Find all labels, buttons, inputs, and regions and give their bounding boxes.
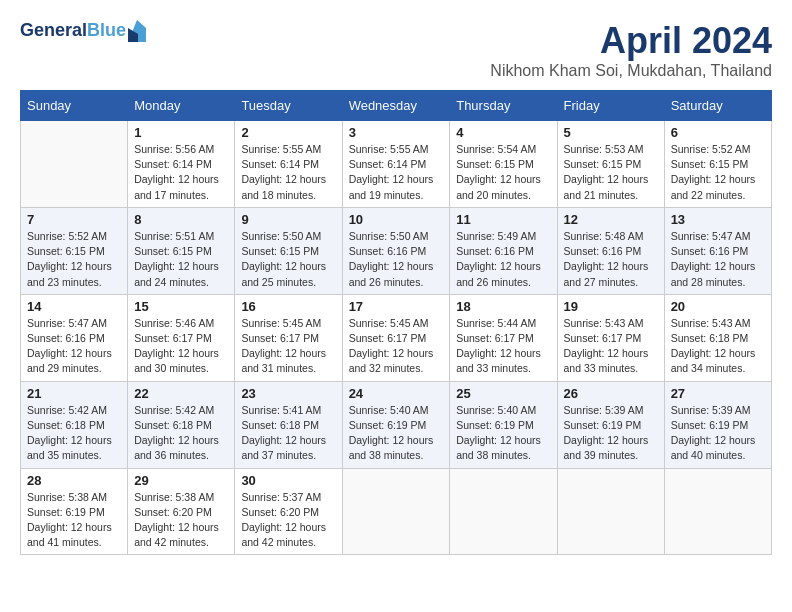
day-info: Sunrise: 5:44 AMSunset: 6:17 PMDaylight:… [456, 316, 550, 377]
day-info: Sunrise: 5:47 AMSunset: 6:16 PMDaylight:… [671, 229, 765, 290]
calendar-cell: 10Sunrise: 5:50 AMSunset: 6:16 PMDayligh… [342, 207, 450, 294]
day-number: 20 [671, 299, 765, 314]
day-number: 7 [27, 212, 121, 227]
day-number: 11 [456, 212, 550, 227]
logo-text: GeneralBlue [20, 21, 126, 41]
calendar-cell: 8Sunrise: 5:51 AMSunset: 6:15 PMDaylight… [128, 207, 235, 294]
calendar-week-5: 28Sunrise: 5:38 AMSunset: 6:19 PMDayligh… [21, 468, 772, 555]
weekday-header-tuesday: Tuesday [235, 91, 342, 121]
day-number: 23 [241, 386, 335, 401]
day-info: Sunrise: 5:42 AMSunset: 6:18 PMDaylight:… [27, 403, 121, 464]
calendar-cell: 23Sunrise: 5:41 AMSunset: 6:18 PMDayligh… [235, 381, 342, 468]
calendar-cell: 7Sunrise: 5:52 AMSunset: 6:15 PMDaylight… [21, 207, 128, 294]
calendar-cell [450, 468, 557, 555]
calendar-cell: 25Sunrise: 5:40 AMSunset: 6:19 PMDayligh… [450, 381, 557, 468]
day-number: 5 [564, 125, 658, 140]
day-info: Sunrise: 5:41 AMSunset: 6:18 PMDaylight:… [241, 403, 335, 464]
calendar-cell [342, 468, 450, 555]
logo-icon [128, 20, 146, 42]
day-info: Sunrise: 5:56 AMSunset: 6:14 PMDaylight:… [134, 142, 228, 203]
day-info: Sunrise: 5:45 AMSunset: 6:17 PMDaylight:… [349, 316, 444, 377]
day-info: Sunrise: 5:53 AMSunset: 6:15 PMDaylight:… [564, 142, 658, 203]
calendar-cell: 13Sunrise: 5:47 AMSunset: 6:16 PMDayligh… [664, 207, 771, 294]
day-number: 9 [241, 212, 335, 227]
calendar-week-4: 21Sunrise: 5:42 AMSunset: 6:18 PMDayligh… [21, 381, 772, 468]
day-number: 2 [241, 125, 335, 140]
day-info: Sunrise: 5:54 AMSunset: 6:15 PMDaylight:… [456, 142, 550, 203]
weekday-header-wednesday: Wednesday [342, 91, 450, 121]
calendar-cell: 15Sunrise: 5:46 AMSunset: 6:17 PMDayligh… [128, 294, 235, 381]
day-info: Sunrise: 5:49 AMSunset: 6:16 PMDaylight:… [456, 229, 550, 290]
day-number: 1 [134, 125, 228, 140]
day-number: 26 [564, 386, 658, 401]
weekday-header-sunday: Sunday [21, 91, 128, 121]
calendar-cell: 26Sunrise: 5:39 AMSunset: 6:19 PMDayligh… [557, 381, 664, 468]
day-number: 17 [349, 299, 444, 314]
day-number: 18 [456, 299, 550, 314]
day-info: Sunrise: 5:37 AMSunset: 6:20 PMDaylight:… [241, 490, 335, 551]
calendar-cell: 18Sunrise: 5:44 AMSunset: 6:17 PMDayligh… [450, 294, 557, 381]
day-number: 28 [27, 473, 121, 488]
day-number: 16 [241, 299, 335, 314]
weekday-header-friday: Friday [557, 91, 664, 121]
calendar-cell: 24Sunrise: 5:40 AMSunset: 6:19 PMDayligh… [342, 381, 450, 468]
calendar-body: 1Sunrise: 5:56 AMSunset: 6:14 PMDaylight… [21, 121, 772, 555]
day-number: 19 [564, 299, 658, 314]
day-number: 24 [349, 386, 444, 401]
day-info: Sunrise: 5:52 AMSunset: 6:15 PMDaylight:… [671, 142, 765, 203]
weekday-header-saturday: Saturday [664, 91, 771, 121]
weekday-header-monday: Monday [128, 91, 235, 121]
day-info: Sunrise: 5:47 AMSunset: 6:16 PMDaylight:… [27, 316, 121, 377]
calendar-cell: 19Sunrise: 5:43 AMSunset: 6:17 PMDayligh… [557, 294, 664, 381]
calendar-cell: 30Sunrise: 5:37 AMSunset: 6:20 PMDayligh… [235, 468, 342, 555]
calendar-cell: 14Sunrise: 5:47 AMSunset: 6:16 PMDayligh… [21, 294, 128, 381]
calendar-cell: 5Sunrise: 5:53 AMSunset: 6:15 PMDaylight… [557, 121, 664, 208]
day-number: 10 [349, 212, 444, 227]
calendar-cell: 11Sunrise: 5:49 AMSunset: 6:16 PMDayligh… [450, 207, 557, 294]
day-info: Sunrise: 5:38 AMSunset: 6:19 PMDaylight:… [27, 490, 121, 551]
day-number: 21 [27, 386, 121, 401]
day-number: 27 [671, 386, 765, 401]
day-number: 12 [564, 212, 658, 227]
day-number: 22 [134, 386, 228, 401]
logo: GeneralBlue [20, 20, 146, 42]
day-number: 29 [134, 473, 228, 488]
day-info: Sunrise: 5:38 AMSunset: 6:20 PMDaylight:… [134, 490, 228, 551]
calendar-cell: 22Sunrise: 5:42 AMSunset: 6:18 PMDayligh… [128, 381, 235, 468]
calendar-cell: 9Sunrise: 5:50 AMSunset: 6:15 PMDaylight… [235, 207, 342, 294]
day-info: Sunrise: 5:55 AMSunset: 6:14 PMDaylight:… [241, 142, 335, 203]
day-info: Sunrise: 5:40 AMSunset: 6:19 PMDaylight:… [349, 403, 444, 464]
day-number: 8 [134, 212, 228, 227]
day-info: Sunrise: 5:55 AMSunset: 6:14 PMDaylight:… [349, 142, 444, 203]
calendar-cell [21, 121, 128, 208]
day-info: Sunrise: 5:51 AMSunset: 6:15 PMDaylight:… [134, 229, 228, 290]
calendar-week-3: 14Sunrise: 5:47 AMSunset: 6:16 PMDayligh… [21, 294, 772, 381]
calendar-cell: 6Sunrise: 5:52 AMSunset: 6:15 PMDaylight… [664, 121, 771, 208]
day-number: 14 [27, 299, 121, 314]
calendar-cell: 16Sunrise: 5:45 AMSunset: 6:17 PMDayligh… [235, 294, 342, 381]
calendar-cell: 20Sunrise: 5:43 AMSunset: 6:18 PMDayligh… [664, 294, 771, 381]
calendar-cell [664, 468, 771, 555]
day-number: 13 [671, 212, 765, 227]
calendar-cell: 1Sunrise: 5:56 AMSunset: 6:14 PMDaylight… [128, 121, 235, 208]
calendar-cell: 27Sunrise: 5:39 AMSunset: 6:19 PMDayligh… [664, 381, 771, 468]
day-info: Sunrise: 5:39 AMSunset: 6:19 PMDaylight:… [564, 403, 658, 464]
calendar-header: SundayMondayTuesdayWednesdayThursdayFrid… [21, 91, 772, 121]
calendar-cell: 21Sunrise: 5:42 AMSunset: 6:18 PMDayligh… [21, 381, 128, 468]
day-number: 4 [456, 125, 550, 140]
day-info: Sunrise: 5:39 AMSunset: 6:19 PMDaylight:… [671, 403, 765, 464]
day-info: Sunrise: 5:43 AMSunset: 6:17 PMDaylight:… [564, 316, 658, 377]
day-info: Sunrise: 5:46 AMSunset: 6:17 PMDaylight:… [134, 316, 228, 377]
calendar-cell: 28Sunrise: 5:38 AMSunset: 6:19 PMDayligh… [21, 468, 128, 555]
day-info: Sunrise: 5:43 AMSunset: 6:18 PMDaylight:… [671, 316, 765, 377]
calendar-cell: 29Sunrise: 5:38 AMSunset: 6:20 PMDayligh… [128, 468, 235, 555]
location: Nikhom Kham Soi, Mukdahan, Thailand [490, 62, 772, 80]
page-header: GeneralBlue April 2024 Nikhom Kham Soi, … [20, 20, 772, 80]
calendar-cell: 2Sunrise: 5:55 AMSunset: 6:14 PMDaylight… [235, 121, 342, 208]
calendar-week-2: 7Sunrise: 5:52 AMSunset: 6:15 PMDaylight… [21, 207, 772, 294]
day-info: Sunrise: 5:42 AMSunset: 6:18 PMDaylight:… [134, 403, 228, 464]
title-area: April 2024 Nikhom Kham Soi, Mukdahan, Th… [490, 20, 772, 80]
day-number: 30 [241, 473, 335, 488]
day-info: Sunrise: 5:52 AMSunset: 6:15 PMDaylight:… [27, 229, 121, 290]
day-info: Sunrise: 5:40 AMSunset: 6:19 PMDaylight:… [456, 403, 550, 464]
